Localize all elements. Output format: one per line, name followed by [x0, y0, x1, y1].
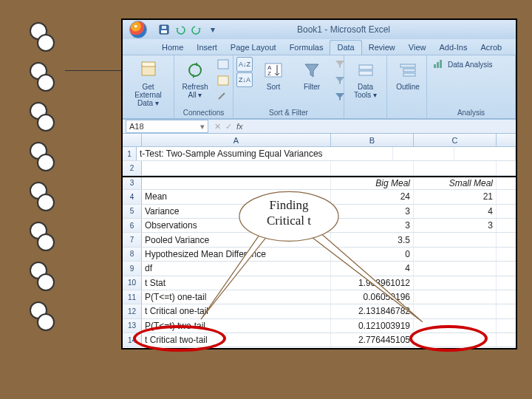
get-external-data-label: Get External Data ▾ [129, 83, 167, 107]
quick-access-toolbar: ▾ [158, 24, 219, 35]
row-header[interactable]: 8 [123, 248, 142, 261]
cell[interactable] [414, 290, 497, 304]
tools-icon [355, 59, 377, 81]
tab-data[interactable]: Data [330, 40, 361, 55]
outline-icon [397, 59, 419, 81]
save-icon[interactable] [158, 24, 170, 35]
sort-button[interactable]: AZ Sort [256, 57, 291, 93]
data-tools-button[interactable]: Data Tools ▾ [347, 57, 383, 101]
office-button[interactable] [126, 20, 151, 39]
sort-asc-button[interactable]: A↓Z [236, 57, 253, 72]
connections-icon[interactable] [216, 57, 231, 72]
cell[interactable]: 4 [414, 205, 497, 218]
redo-icon[interactable] [191, 24, 202, 35]
sort-desc-button[interactable]: Z↓A [236, 72, 253, 87]
svg-rect-2 [162, 26, 166, 29]
data-analysis-button[interactable]: Data Analysis [430, 57, 496, 72]
table-row: 1t-Test: Two-Sample Assuming Equal Varia… [123, 147, 516, 161]
row-header[interactable]: 1 [123, 147, 137, 160]
tab-review[interactable]: Review [362, 41, 402, 55]
cell[interactable] [414, 161, 497, 174]
analysis-group-label: Analysis [430, 108, 512, 118]
filter-label: Filter [304, 83, 320, 91]
column-header-b[interactable]: B [331, 134, 414, 146]
database-icon [137, 59, 160, 81]
column-header-a[interactable]: A [142, 134, 331, 146]
row-header[interactable]: 4 [123, 190, 142, 203]
outline-button[interactable]: Outline [390, 57, 426, 93]
cell[interactable] [414, 248, 497, 261]
name-box-value: A18 [129, 122, 144, 131]
row-header[interactable]: 7 [123, 233, 142, 246]
cell[interactable]: 3 [414, 219, 497, 232]
row-header[interactable]: 11 [123, 290, 142, 304]
row-header[interactable]: 2 [123, 161, 142, 174]
svg-rect-16 [434, 64, 436, 68]
title-bar: ▾ Book1 - Microsoft Excel [123, 20, 516, 39]
tab-addins[interactable]: Add-Ins [432, 41, 474, 55]
row-header[interactable]: 9 [123, 262, 142, 275]
svg-rect-12 [359, 71, 372, 75]
ribbon: Get External Data ▾ Refresh All ▾ [123, 55, 516, 119]
outline-label: Outline [396, 83, 420, 91]
properties-icon[interactable] [216, 73, 231, 88]
formula-bar: A18 ▾ ✕ ✓ fx [123, 119, 516, 134]
cell[interactable]: 21 [414, 190, 497, 203]
cell[interactable]: Small Meal [414, 177, 497, 189]
filter-button[interactable]: Filter [294, 57, 330, 93]
get-external-data-button[interactable]: Get External Data ▾ [126, 57, 171, 109]
connections-group-label: Connections [177, 108, 230, 118]
sort-icon: AZ [262, 59, 284, 81]
name-box[interactable]: A18 ▾ [126, 120, 208, 133]
row-header[interactable]: 5 [123, 205, 142, 218]
edit-links-icon[interactable] [216, 89, 231, 104]
cell[interactable]: t-Test: Two-Sample Assuming Equal Varian… [137, 147, 393, 160]
svg-rect-1 [161, 30, 167, 33]
cell[interactable] [414, 262, 497, 275]
refresh-icon [184, 59, 206, 81]
tab-insert[interactable]: Insert [190, 41, 224, 55]
row-header[interactable]: 6 [123, 219, 142, 232]
row-header[interactable]: 13 [123, 319, 142, 332]
fx-icon[interactable]: fx [236, 122, 243, 131]
refresh-all-button[interactable]: Refresh All ▾ [177, 57, 213, 101]
tab-home[interactable]: Home [155, 41, 190, 55]
svg-rect-7 [218, 76, 228, 85]
cell[interactable] [414, 276, 497, 290]
qat-dropdown-icon[interactable]: ▾ [207, 24, 219, 35]
tab-page-layout[interactable]: Page Layout [224, 41, 283, 55]
tab-view[interactable]: View [402, 41, 433, 55]
row-header[interactable]: 10 [123, 276, 142, 290]
tab-formulas[interactable]: Formulas [283, 41, 330, 55]
notebook-rings [30, 22, 66, 341]
decorative-line [65, 70, 121, 71]
svg-rect-15 [403, 73, 415, 76]
svg-rect-17 [437, 62, 439, 68]
svg-rect-13 [400, 64, 415, 67]
row-header[interactable]: 3 [123, 177, 142, 189]
cell[interactable] [454, 147, 516, 160]
svg-point-5 [189, 64, 201, 76]
cell[interactable] [393, 147, 454, 160]
row-header[interactable]: 12 [123, 304, 142, 318]
data-analysis-label: Data Analysis [448, 61, 493, 69]
tab-acrobat[interactable]: Acrob [474, 41, 508, 55]
cell[interactable] [414, 304, 497, 318]
highlight-circle-right [409, 325, 488, 352]
chart-icon [433, 58, 445, 70]
fx-cancel-icon[interactable]: ✕ [214, 122, 221, 132]
cell[interactable] [414, 233, 497, 246]
refresh-all-label: Refresh All ▾ [181, 83, 209, 99]
window-title: Book1 - Microsoft Excel [219, 24, 513, 35]
undo-icon[interactable] [174, 24, 186, 35]
highlight-circle-left [133, 325, 226, 352]
table-row: 2 [123, 161, 516, 175]
column-header-c[interactable]: C [414, 134, 497, 146]
callout-bubble: FindingCritical t [233, 188, 344, 238]
data-tools-label: Data Tools ▾ [351, 83, 380, 99]
svg-rect-14 [403, 69, 415, 72]
fx-enter-icon[interactable]: ✓ [225, 122, 232, 132]
cell[interactable] [331, 161, 414, 174]
select-all-corner[interactable] [123, 134, 142, 146]
cell[interactable] [142, 161, 331, 174]
